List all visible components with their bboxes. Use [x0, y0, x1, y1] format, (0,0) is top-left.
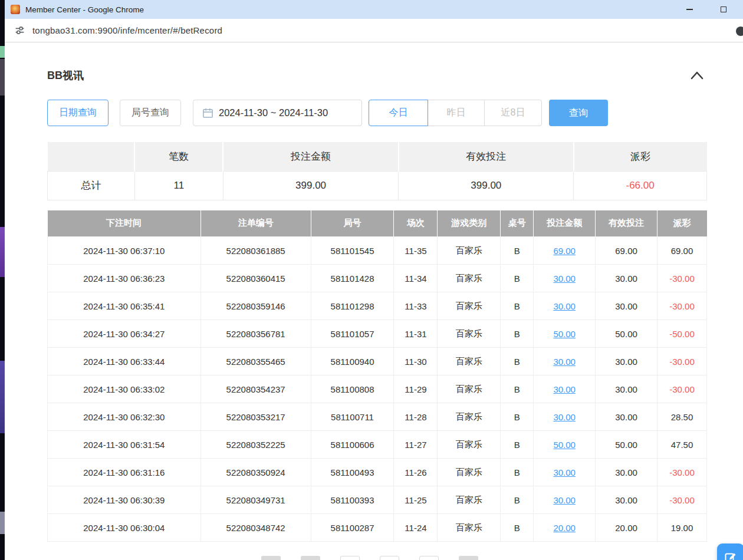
cell-bet: 20.00 [534, 514, 596, 542]
cell-time: 2024-11-30 06:37:10 [48, 237, 201, 265]
cell-order: 522080360415 [200, 265, 311, 292]
cell-session: 11-24 [394, 514, 438, 542]
cell-round: 581100808 [311, 375, 394, 403]
cell-session: 11-33 [394, 292, 438, 320]
yesterday-button[interactable]: 昨日 [428, 100, 485, 126]
pagination-page-button[interactable] [380, 556, 399, 560]
bet-record-page: BB视讯 日期查询 局号查询 2024-11-30 ~ 2024-11-30 [5, 42, 743, 560]
cell-time: 2024-11-30 06:30:04 [48, 514, 201, 542]
cell-time: 2024-11-30 06:30:39 [48, 486, 201, 514]
collapse-section-button[interactable] [689, 70, 705, 81]
table-row: 2024-11-30 06:37:10522080361885581101545… [48, 237, 707, 265]
cell-valid: 30.00 [596, 292, 657, 320]
cell-session: 11-26 [394, 459, 438, 486]
cell-time: 2024-11-30 06:31:54 [48, 431, 201, 459]
cell-order: 522080359146 [200, 292, 311, 320]
browser-profile-icon[interactable] [736, 27, 743, 36]
site-favicon-icon [11, 5, 20, 14]
cell-session: 11-28 [394, 403, 438, 431]
cell-table_no: B [501, 459, 534, 486]
desktop-edge-block [0, 512, 5, 534]
cell-order: 522080355465 [200, 348, 311, 375]
quick-range-group: 今日 昨日 近8日 [369, 100, 542, 126]
cell-payout: 69.00 [657, 237, 707, 265]
bet-amount-link[interactable]: 20.00 [553, 523, 576, 533]
summary-header-count: 笔数 [134, 142, 223, 171]
round-query-tab[interactable]: 局号查询 [120, 100, 181, 126]
last-8-days-button[interactable]: 近8日 [484, 100, 542, 126]
cell-time: 2024-11-30 06:33:02 [48, 375, 201, 403]
cell-payout: -30.00 [657, 375, 707, 403]
cell-session: 11-29 [394, 375, 438, 403]
summary-header-blank [48, 142, 135, 171]
summary-header-valid: 有效投注 [399, 142, 574, 171]
cell-payout: 47.50 [657, 431, 707, 459]
summary-header-payout: 派彩 [574, 142, 707, 171]
cell-game: 百家乐 [438, 375, 501, 403]
site-settings-icon[interactable] [15, 25, 25, 35]
bet-table-body: 2024-11-30 06:37:10522080361885581101545… [48, 237, 707, 542]
desktop-edge-block [0, 46, 5, 58]
summary-valid-bet: 399.00 [399, 171, 574, 200]
column-header: 注单编号 [200, 210, 311, 237]
section-header: BB视讯 [47, 68, 707, 83]
cell-round: 581101545 [311, 237, 394, 265]
cell-round: 581100711 [311, 403, 394, 431]
search-button[interactable]: 查询 [549, 100, 608, 126]
edit-chat-icon [724, 550, 738, 560]
bet-amount-link[interactable]: 50.00 [553, 440, 576, 450]
bet-amount-link[interactable]: 30.00 [553, 357, 576, 367]
cell-payout: -30.00 [657, 265, 707, 292]
cell-order: 522080350924 [200, 459, 311, 486]
pagination-prev-button[interactable] [261, 556, 281, 560]
table-row: 2024-11-30 06:36:23522080360415581101428… [48, 265, 707, 292]
cell-payout: 19.00 [657, 514, 707, 542]
bet-amount-link[interactable]: 30.00 [553, 467, 576, 477]
date-range-picker[interactable]: 2024-11-30 ~ 2024-11-30 [193, 100, 362, 126]
maximize-button[interactable] [719, 0, 728, 19]
cell-table_no: B [501, 320, 534, 348]
pagination-page-button[interactable] [301, 556, 320, 560]
bet-amount-link[interactable]: 69.00 [553, 246, 576, 256]
bet-amount-link[interactable]: 30.00 [553, 495, 576, 505]
customer-service-fab[interactable] [717, 543, 743, 560]
cell-time: 2024-11-30 06:32:30 [48, 403, 201, 431]
table-row: 2024-11-30 06:34:27522080356781581101057… [48, 320, 707, 348]
table-row: 2024-11-30 06:33:02522080354237581100808… [48, 375, 707, 403]
cell-payout: -30.00 [657, 486, 707, 514]
pagination-page-button[interactable] [340, 556, 360, 560]
page-title: BB视讯 [47, 68, 84, 83]
minimize-button[interactable] [685, 0, 693, 19]
cell-table_no: B [501, 265, 534, 292]
cell-bet: 50.00 [534, 320, 596, 348]
bet-amount-link[interactable]: 30.00 [553, 274, 576, 284]
cell-game: 百家乐 [438, 320, 501, 348]
bet-amount-link[interactable]: 30.00 [553, 412, 576, 422]
cell-table_no: B [501, 348, 534, 375]
cell-table_no: B [501, 431, 534, 459]
url-field[interactable]: tongbao31.com:9900/infe/mcenter/#/betRec… [32, 25, 222, 35]
cell-bet: 30.00 [534, 403, 596, 431]
pagination-page-button[interactable] [419, 556, 439, 560]
today-button[interactable]: 今日 [369, 100, 428, 126]
table-row: 2024-11-30 06:35:41522080359146581101298… [48, 292, 707, 320]
date-query-tab[interactable]: 日期查询 [47, 100, 109, 126]
cell-session: 11-31 [394, 320, 438, 348]
pagination-next-button[interactable] [459, 556, 478, 560]
chevron-up-icon [689, 70, 705, 81]
column-header: 游戏类别 [438, 210, 501, 237]
cell-order: 522080356781 [200, 320, 311, 348]
summary-table: 笔数 投注金额 有效投注 派彩 总计 11 399.00 399.00 -66.… [47, 142, 707, 200]
bet-amount-link[interactable]: 30.00 [553, 384, 576, 394]
summary-payout: -66.00 [574, 171, 707, 200]
cell-bet: 30.00 [534, 486, 596, 514]
cell-payout: -30.00 [657, 348, 707, 375]
bet-amount-link[interactable]: 30.00 [553, 301, 576, 311]
cell-time: 2024-11-30 06:31:16 [48, 459, 201, 486]
table-row: 2024-11-30 06:30:04522080348742581100287… [48, 514, 707, 542]
summary-total-row: 总计 11 399.00 399.00 -66.00 [48, 171, 707, 200]
cell-round: 581100393 [311, 486, 394, 514]
window-title: Member Center - Google Chrome [25, 5, 144, 14]
cell-game: 百家乐 [438, 237, 501, 265]
bet-amount-link[interactable]: 50.00 [553, 329, 576, 339]
